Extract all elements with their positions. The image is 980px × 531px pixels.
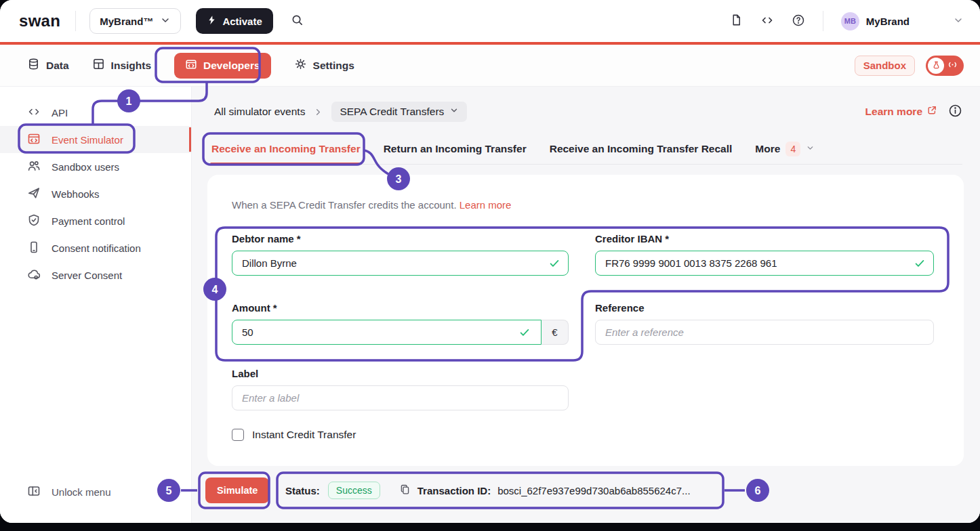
breadcrumb-root[interactable]: All simulator events <box>214 106 305 118</box>
sidebar-item-event-simulator[interactable]: Event Simulator <box>0 126 191 153</box>
dev-console-icon <box>185 58 197 73</box>
activate-label: Activate <box>222 16 262 27</box>
support-button[interactable] <box>788 9 809 33</box>
tab-return-incoming-transfer[interactable]: Return an Incoming Transfer <box>384 133 527 164</box>
debtor-name-label: Debtor name * <box>232 233 301 245</box>
shield-check-icon <box>27 213 41 229</box>
account-name: MyBrand <box>866 16 910 27</box>
nav-item-label: Developers <box>203 60 260 72</box>
learn-more-link[interactable]: Learn more <box>865 105 937 119</box>
tab-receive-incoming-transfer[interactable]: Receive an Incoming Transfer <box>211 133 361 164</box>
learn-more-label: Learn more <box>865 106 922 118</box>
code-icon <box>760 14 774 29</box>
dev-console-icon <box>27 132 41 148</box>
status-label: Status: <box>285 485 320 496</box>
navbar-right: Sandbox <box>855 56 964 76</box>
nav-item-developers[interactable]: Developers <box>174 53 271 79</box>
docs-button[interactable] <box>726 9 747 33</box>
sidebar-item-label: Server Consent <box>52 270 122 281</box>
info-icon <box>948 104 962 120</box>
database-icon <box>27 58 40 73</box>
sidebar-item-label: API <box>52 107 68 119</box>
activate-button[interactable]: Activate <box>196 8 272 34</box>
sidebar-item-payment-control[interactable]: Payment control <box>0 207 191 234</box>
chevron-down-icon <box>160 15 171 28</box>
code-icon <box>27 105 41 121</box>
section-nav: Data Insights Developers Settings Sandbo… <box>0 45 980 87</box>
sandbox-badge: Sandbox <box>855 56 915 76</box>
amount-field[interactable] <box>232 320 542 345</box>
sidebar-item-api[interactable]: API <box>0 99 191 126</box>
chevron-down-icon <box>806 143 815 155</box>
sidebar-item-server-consent[interactable]: Server Consent <box>0 261 191 289</box>
topbar-right: MB MyBrand <box>716 9 964 33</box>
simulate-button[interactable]: Simulate <box>205 477 269 503</box>
api-explorer-button[interactable] <box>756 9 778 33</box>
status-badge: Success <box>328 482 380 499</box>
amount-label: Amount * <box>232 302 277 314</box>
tab-bar: Receive an Incoming Transfer Return an I… <box>207 133 962 165</box>
tab-receive-incoming-transfer-recall[interactable]: Receive an Incoming Transfer Recall <box>550 133 733 164</box>
nav-item-data[interactable]: Data <box>27 58 69 73</box>
nav-item-label: Data <box>46 60 69 72</box>
breadcrumb-actions: Learn more <box>865 104 962 120</box>
grid-icon <box>92 58 105 73</box>
flask-icon <box>928 58 944 74</box>
transaction-id-value: bosci_62f7e937e99d730ab6ab855624c7... <box>497 485 690 496</box>
org-selector[interactable]: MyBrand™ <box>89 8 181 34</box>
form-description-text: When a SEPA Credit Transfer credits the … <box>232 199 457 211</box>
unlock-menu-label: Unlock menu <box>52 486 111 498</box>
more-count-badge: 4 <box>785 142 800 156</box>
tab-more-label: More <box>755 143 780 155</box>
sidebar-item-label: Payment control <box>52 215 125 227</box>
transaction-id-group: Transaction ID: bosci_62f7e937e99d730ab6… <box>399 484 691 497</box>
instant-transfer-checkbox[interactable] <box>232 429 244 441</box>
avatar: MB <box>841 12 859 30</box>
label-field-label: Label <box>232 368 258 379</box>
breadcrumb-current-label: SEPA Credit Transfers <box>340 106 444 118</box>
breadcrumb: All simulator events SEPA Credit Transfe… <box>214 102 962 122</box>
search-button[interactable] <box>291 14 304 28</box>
gear-icon <box>294 58 307 73</box>
amount-field-group: € <box>232 320 569 345</box>
divider <box>75 11 76 31</box>
sidebar-item-consent-notification[interactable]: Consent notification <box>0 234 191 261</box>
divider <box>823 11 823 31</box>
nav-item-insights[interactable]: Insights <box>92 58 151 73</box>
reference-field[interactable] <box>595 320 934 345</box>
debtor-name-field[interactable] <box>232 251 569 276</box>
simulator-form-card: When a SEPA Credit Transfer credits the … <box>207 175 964 466</box>
sidebar-item-webhooks[interactable]: Webhooks <box>0 180 191 207</box>
form-description: When a SEPA Credit Transfer credits the … <box>232 199 511 211</box>
search-icon <box>291 14 304 28</box>
chevron-down-icon <box>449 106 459 118</box>
sidebar-item-label: Sandbox users <box>52 161 119 173</box>
tab-more[interactable]: More 4 <box>755 133 815 164</box>
environment-toggle[interactable] <box>926 56 964 76</box>
copy-button[interactable] <box>399 484 411 497</box>
main-content: All simulator events SEPA Credit Transfe… <box>192 87 980 523</box>
org-selector-label: MyBrand™ <box>100 16 153 27</box>
creditor-iban-label: Creditor IBAN * <box>595 233 669 245</box>
sidebar-item-sandbox-users[interactable]: Sandbox users <box>0 153 191 180</box>
breadcrumb-current-selector[interactable]: SEPA Credit Transfers <box>331 102 467 122</box>
nav-item-label: Settings <box>313 60 354 72</box>
users-icon <box>27 159 41 175</box>
creditor-iban-field[interactable] <box>595 251 934 276</box>
nav-item-settings[interactable]: Settings <box>294 58 354 73</box>
app-window: swan MyBrand™ Activate MB MyBrand <box>0 0 980 523</box>
reference-label: Reference <box>595 302 645 314</box>
transaction-id-label: Transaction ID: <box>417 485 491 496</box>
info-button[interactable] <box>948 104 962 120</box>
send-icon <box>27 186 41 202</box>
help-icon <box>792 14 805 29</box>
sidebar: API Event Simulator Sandbox users Webhoo… <box>0 87 192 523</box>
unlock-menu-button[interactable]: Unlock menu <box>0 478 190 505</box>
swan-logo: swan <box>19 12 60 30</box>
form-learn-more-link[interactable]: Learn more <box>460 199 512 211</box>
instant-transfer-option[interactable]: Instant Credit Transfer <box>232 429 356 441</box>
account-menu[interactable]: MB MyBrand <box>841 12 964 30</box>
label-field[interactable] <box>232 385 569 410</box>
result-status-row: Status: Success Transaction ID: bosci_62… <box>285 473 691 508</box>
sidebar-item-label: Consent notification <box>52 242 141 254</box>
